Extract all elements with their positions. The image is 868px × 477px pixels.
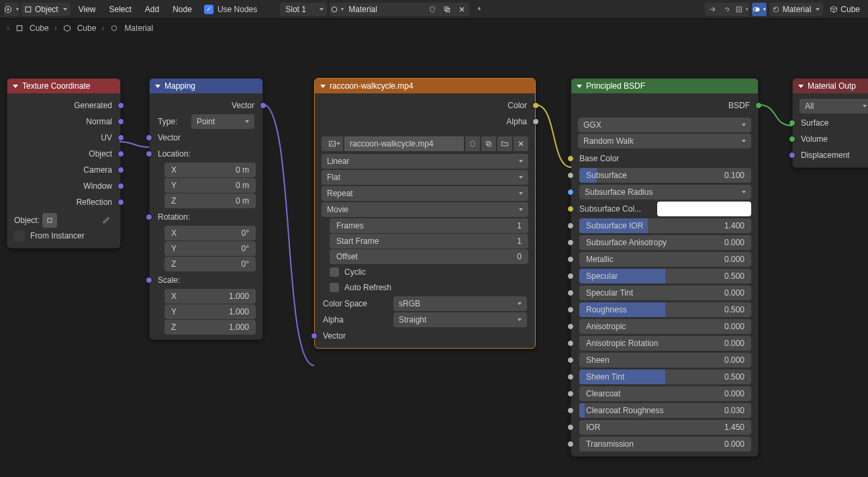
scale-y[interactable]: Y1.000: [164, 304, 256, 319]
value-slider[interactable]: Subsurface IOR1.400: [579, 218, 751, 233]
value-slider[interactable]: Sheen0.000: [579, 353, 751, 367]
bsdf-input-specular[interactable]: Specular0.500: [571, 267, 758, 284]
socket-icon[interactable]: [117, 183, 124, 189]
socket-icon[interactable]: [117, 118, 124, 125]
offset-field[interactable]: Offset0: [330, 249, 528, 264]
output-alpha[interactable]: Alpha: [315, 114, 535, 130]
bsdf-input-clearcoat[interactable]: Clearcoat0.000: [571, 385, 758, 402]
socket-icon[interactable]: [117, 102, 124, 109]
base-color-input[interactable]: Base Color: [571, 150, 758, 167]
material-browse-button[interactable]: ▾: [330, 3, 344, 16]
socket-icon[interactable]: [567, 390, 574, 397]
value-slider[interactable]: Specular Tint0.000: [579, 286, 751, 300]
bsdf-input-roughness[interactable]: Roughness0.500: [571, 301, 758, 318]
socket-icon[interactable]: [117, 167, 124, 173]
location-x[interactable]: X0 m: [164, 163, 256, 177]
socket-icon[interactable]: [532, 118, 539, 125]
socket-icon[interactable]: [567, 256, 574, 263]
node-material-output[interactable]: Material Outp All Surface Volume Displac…: [792, 78, 868, 168]
node-image-texture[interactable]: raccoon-walkcycle.mp4 Color Alpha raccoo…: [314, 78, 536, 349]
output-camera[interactable]: Camera: [7, 162, 120, 178]
socket-icon[interactable]: [567, 290, 574, 296]
output-color[interactable]: Color: [315, 97, 535, 114]
source-dropdown[interactable]: Movie: [322, 202, 528, 217]
bsdf-input-anisotropic-rotation[interactable]: Anisotropic Rotation0.000: [571, 335, 758, 351]
location-z[interactable]: Z0 m: [164, 193, 256, 208]
value-slider[interactable]: Specular0.500: [579, 269, 751, 284]
bsdf-input-transmission[interactable]: Transmission0.000: [571, 435, 758, 452]
socket-icon[interactable]: [567, 407, 574, 414]
input-surface[interactable]: Surface: [793, 115, 868, 131]
socket-icon[interactable]: [146, 134, 152, 141]
socket-icon[interactable]: [117, 134, 124, 141]
eyedropper-button[interactable]: [99, 213, 113, 228]
input-vector[interactable]: Vector: [315, 328, 535, 344]
menu-node[interactable]: Node: [167, 5, 197, 14]
from-instancer-checkbox[interactable]: From Instancer: [14, 230, 113, 241]
type-dropdown[interactable]: Point: [191, 114, 254, 129]
color-swatch[interactable]: Subsurface Col...: [579, 202, 751, 216]
socket-icon[interactable]: [567, 441, 574, 447]
colorspace-dropdown[interactable]: sRGB: [393, 296, 527, 311]
use-nodes-toggle[interactable]: ✓ Use Nodes: [200, 5, 261, 14]
dropdown[interactable]: Subsurface Radius: [579, 185, 751, 200]
socket-icon[interactable]: [567, 273, 574, 279]
socket-icon[interactable]: [567, 222, 574, 229]
bsdf-input-subsurface-anisotropy[interactable]: Subsurface Anisotropy0.000: [571, 234, 758, 251]
socket-icon[interactable]: [567, 323, 574, 330]
bsdf-input-specular-tint[interactable]: Specular Tint0.000: [571, 284, 758, 301]
overlay-dropdown[interactable]: ▾: [752, 3, 767, 16]
value-slider[interactable]: Subsurface Anisotropy0.000: [579, 235, 751, 250]
frames-field[interactable]: Frames1: [330, 218, 528, 233]
output-object[interactable]: Object: [7, 146, 120, 162]
socket-icon[interactable]: [755, 102, 762, 109]
socket-icon[interactable]: [567, 172, 574, 179]
output-bsdf[interactable]: BSDF: [571, 97, 758, 114]
output-generated[interactable]: Generated: [7, 97, 120, 114]
node-header[interactable]: raccoon-walkcycle.mp4: [315, 79, 535, 93]
input-displacement[interactable]: Displacement: [793, 147, 868, 163]
socket-icon[interactable]: [567, 374, 574, 380]
node-texture-coordinate[interactable]: Texture Coordinate Generated Normal UV O…: [7, 78, 121, 249]
interpolation-dropdown[interactable]: Linear: [322, 154, 528, 169]
value-slider[interactable]: Clearcoat Roughness0.030: [579, 403, 751, 418]
scale-z[interactable]: Z1.000: [164, 320, 256, 335]
bsdf-input-subsurface-ior[interactable]: Subsurface IOR1.400: [571, 217, 758, 234]
socket-icon[interactable]: [789, 152, 795, 159]
input-volume[interactable]: Volume: [793, 131, 868, 147]
subsurface-method-dropdown[interactable]: Random Walk: [578, 134, 751, 148]
shield-button[interactable]: [465, 136, 480, 151]
node-mapping[interactable]: Mapping Vector Type: Point Vector Locati…: [149, 78, 263, 340]
socket-icon[interactable]: [789, 120, 795, 126]
snap-button-1[interactable]: [705, 3, 720, 16]
shader-type-dropdown[interactable]: Object: [21, 3, 70, 16]
auto-refresh-checkbox[interactable]: Auto Refresh: [330, 280, 528, 295]
bsdf-input-subsurface-radius[interactable]: Subsurface Radius: [571, 183, 758, 200]
extension-dropdown[interactable]: Repeat: [322, 186, 528, 201]
value-slider[interactable]: Anisotropic0.000: [579, 319, 751, 334]
output-normal[interactable]: Normal: [7, 114, 120, 130]
value-slider[interactable]: Transmission0.000: [579, 437, 751, 451]
bsdf-input-sheen-tint[interactable]: Sheen Tint0.500: [571, 368, 758, 385]
breadcrumb-item-0[interactable]: Cube: [30, 24, 49, 33]
socket-icon[interactable]: [789, 136, 795, 142]
bsdf-input-metallic[interactable]: Metallic0.000: [571, 251, 758, 267]
location-y[interactable]: Y0 m: [164, 178, 256, 193]
value-slider[interactable]: Sheen Tint0.500: [579, 370, 751, 384]
socket-icon[interactable]: [567, 155, 574, 162]
output-uv[interactable]: UV: [7, 130, 120, 146]
socket-icon[interactable]: [146, 277, 152, 284]
scale-x[interactable]: X1.000: [164, 289, 256, 304]
output-vector[interactable]: Vector: [150, 97, 262, 114]
bsdf-input-clearcoat-roughness[interactable]: Clearcoat Roughness0.030: [571, 402, 758, 419]
duplicate-button[interactable]: [440, 3, 454, 16]
duplicate-button[interactable]: [481, 136, 496, 151]
projection-dropdown[interactable]: Flat: [322, 170, 528, 185]
start-frame-field[interactable]: Start Frame1: [330, 234, 528, 249]
socket-icon[interactable]: [567, 357, 574, 363]
bsdf-input-anisotropic[interactable]: Anisotropic0.000: [571, 318, 758, 335]
bsdf-input-ior[interactable]: IOR1.450: [571, 419, 758, 435]
unlink-button[interactable]: [454, 3, 469, 16]
socket-icon[interactable]: [117, 150, 124, 157]
unlink-button[interactable]: [514, 136, 528, 151]
